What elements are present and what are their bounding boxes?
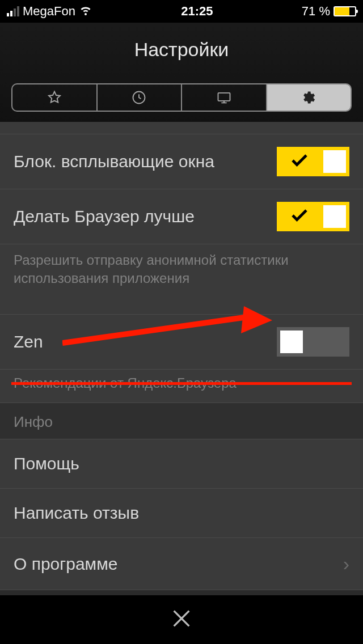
feedback-label: Написать отзыв	[14, 503, 139, 523]
battery-percent: 71 %	[302, 4, 330, 19]
status-bar: MegaFon 21:25 71 %	[0, 0, 363, 23]
settings-list: Блок. всплывающие окна Делать Браузер лу…	[0, 122, 363, 590]
bottom-bar	[0, 595, 363, 644]
zen-sub: Рекомендации от Яндекс.Браузера	[0, 370, 363, 402]
improve-browser-toggle[interactable]	[277, 202, 349, 231]
block-popups-toggle[interactable]	[277, 147, 349, 176]
row-feedback[interactable]: Написать отзыв	[0, 489, 363, 538]
signal-icon	[7, 6, 19, 16]
toggle-handle	[323, 205, 346, 228]
improve-browser-label: Делать Браузер лучше	[14, 207, 195, 226]
row-improve-browser: Делать Браузер лучше	[0, 189, 363, 244]
tab-history[interactable]	[98, 84, 183, 111]
battery-icon	[334, 6, 356, 16]
status-right: 71 %	[302, 4, 356, 19]
check-icon	[289, 205, 310, 228]
status-left: MegaFon	[7, 3, 92, 20]
header: Настройки	[0, 23, 363, 122]
zen-toggle[interactable]	[277, 327, 349, 357]
list-top-divider	[0, 122, 363, 134]
close-button[interactable]	[170, 607, 193, 632]
tab-devices[interactable]	[182, 84, 267, 111]
section-info-header: Инфо	[0, 402, 363, 439]
row-about[interactable]: О программе ›	[0, 538, 363, 590]
annotation-underline	[11, 382, 352, 385]
chevron-right-icon: ›	[343, 553, 349, 575]
check-icon	[289, 150, 310, 173]
tab-settings[interactable]	[267, 84, 351, 111]
status-time: 21:25	[181, 4, 213, 19]
help-label: Помощь	[14, 454, 79, 473]
toggle-handle	[280, 331, 303, 353]
tab-bar	[11, 83, 352, 112]
row-help[interactable]: Помощь	[0, 439, 363, 489]
about-label: О программе	[14, 554, 118, 574]
carrier-label: MegaFon	[23, 4, 75, 19]
toggle-handle	[323, 150, 346, 173]
wifi-icon	[79, 3, 92, 20]
improve-browser-sub: Разрешить отправку анонимной статистики …	[0, 244, 363, 302]
page-title: Настройки	[0, 23, 363, 61]
row-block-popups: Блок. всплывающие окна	[0, 134, 363, 189]
row-zen: Zen	[0, 314, 363, 370]
svg-rect-1	[218, 93, 230, 101]
zen-label: Zen	[14, 332, 43, 351]
block-popups-label: Блок. всплывающие окна	[14, 152, 214, 171]
tab-bookmarks[interactable]	[12, 84, 98, 111]
